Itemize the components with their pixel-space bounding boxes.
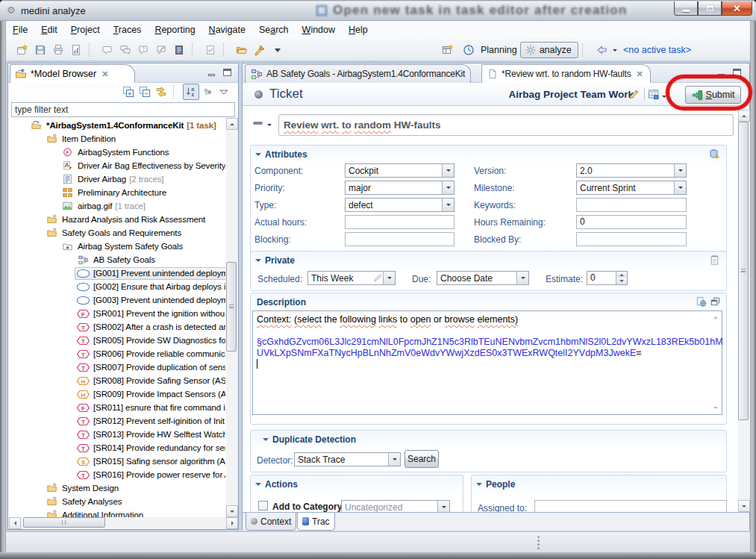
minimize-view-button[interactable] [206,67,216,76]
window-minimize-button[interactable] [674,1,698,16]
tree-item[interactable]: [G001] Prevent unintended deploym [75,266,225,280]
maximize-view-button[interactable] [222,67,232,76]
new-wizard-icon[interactable] [13,42,31,58]
tree-item[interactable]: H [SR008] Provide Safing Sensor (ASIL [75,374,225,387]
tree-item[interactable]: T [SR013] Provide HW Selftest Watchd [75,428,225,441]
expand-all-icon[interactable] [120,84,137,100]
tree-item[interactable]: T [SR007] Provide duplication of sens [75,360,225,374]
view-menu-icon[interactable] [216,84,232,100]
tree-item[interactable]: T [SR002] After a crash is detected an [75,320,225,334]
bubble-edit-icon[interactable] [152,42,170,58]
tab-model-browser[interactable]: *Model Browser ✕ [10,64,135,83]
priority-dash-icon[interactable] [253,122,263,125]
tree-item[interactable]: System Design [43,481,125,495]
preview-browser-icon[interactable] [696,296,707,310]
menu-item[interactable]: Edit [34,22,64,38]
window-titlebar[interactable]: Open new task in task editor after creat… [0,0,756,21]
sash-grip[interactable] [537,536,540,549]
collapse-triangle-icon[interactable] [255,153,261,159]
notes-icon[interactable] [170,42,188,58]
tree-item[interactable]: Safety Goals and Requirements [43,226,187,240]
attribute-input[interactable] [576,232,687,246]
tree-item[interactable]: T [SR014] Provide redundancy for sen [75,441,225,455]
description-link[interactable]: §cGxhdGZvcm06L3Jlc291cmNlL0FpcmJhZ1N5c3R… [257,337,723,358]
scheduled-combo[interactable]: This Week [307,271,396,285]
notepad-icon[interactable] [709,254,720,268]
task-check-icon[interactable] [202,42,219,58]
project-team-link[interactable]: Airbag Project Team Work [477,89,634,100]
bubble-pair-icon[interactable] [116,42,134,58]
tree-item[interactable]: airbag.gif [1 trace] [59,199,149,213]
back-arrow-icon[interactable] [593,42,610,58]
tree-vertical-scrollbar[interactable] [226,118,238,517]
tab-trac[interactable]: Trac [297,513,335,531]
tree-item[interactable]: Hazard Analysis and Risk Assessment [43,213,211,226]
open-folder-icon[interactable] [233,42,251,58]
planning-perspective-label[interactable]: Planning [481,45,517,55]
tree-item[interactable]: [G002] Ensure that Airbag deploys i [75,280,225,293]
tree-horizontal-scrollbar[interactable] [9,517,238,529]
back-history-caret[interactable] [613,49,617,54]
bubble-icon[interactable] [99,42,116,58]
close-view-icon[interactable]: ✕ [100,69,110,79]
menu-item[interactable]: Help [342,22,375,38]
brush-icon[interactable] [251,42,269,58]
estimate-spinner[interactable]: 0 [587,271,628,285]
attributes-grid-icon[interactable] [648,89,659,102]
bubble-q-icon[interactable]: ? [134,42,152,58]
add-to-category-checkbox[interactable] [258,501,268,510]
tree-item[interactable]: [G003] Prevent unintended deploym [75,293,225,307]
update-attributes-icon[interactable] [709,149,720,162]
attribute-input[interactable] [576,198,687,212]
no-active-task-label[interactable]: <no active task> [623,45,691,55]
tree-item[interactable]: Driver Airbag [2 traces] [59,172,166,186]
tree-item[interactable]: Item Definition [43,132,122,146]
tree-item[interactable]: Additional Information [43,508,149,517]
title-dropdown-caret[interactable] [267,124,272,128]
menu-item[interactable]: Traces [107,22,149,38]
tree-item[interactable]: T [SR016] Provide power reserve for A [75,468,225,481]
sort-az-icon[interactable]: az [183,84,199,100]
tree-item[interactable]: H [SR009] Provide Impact Sensors (AS [75,387,225,401]
task-title-input[interactable]: Review wrt. to random HW-faults [278,114,734,136]
description-textarea[interactable]: Context: (select the following links to … [252,310,722,415]
tree-item[interactable]: F [SR001] Prevent the ignition withou [75,307,225,320]
detector-combo[interactable]: Stack Trace [294,452,401,466]
tab-context[interactable]: Context [246,513,296,531]
print-icon[interactable] [49,42,67,58]
caret-down-icon[interactable] [269,42,287,58]
tree-item[interactable]: F AirbagSystem Functions [59,146,175,159]
window-close-button[interactable]: ✕ [722,1,752,16]
save-icon[interactable] [31,42,49,58]
report-icon[interactable] [67,42,85,58]
analyze-perspective-button[interactable]: analyze [520,42,578,58]
tree-item[interactable]: *AirbagSystem1.4ConformanceKit [1 task] [28,119,219,132]
window-maximize-button[interactable] [698,1,722,16]
attribute-combo[interactable]: Current Sprint [576,181,687,195]
link-editor-icon[interactable] [153,84,169,100]
tree-item[interactable]: F [SR011] esnure that fire command i [75,401,225,414]
attribute-input[interactable]: 0 [576,215,687,229]
open-perspective-icon[interactable] [439,42,457,58]
menu-item[interactable]: Window [296,22,342,38]
search-button[interactable]: Search [404,450,439,468]
menu-item[interactable]: Project [64,22,107,38]
collapse-all-icon[interactable] [137,84,153,100]
tree-item[interactable]: T [SR005] Provide SW Diagnostics for [75,334,225,347]
form-vertical-scrollbar[interactable] [738,110,750,512]
tree-item[interactable]: T [SR012] Prevent self-iginition of Init [75,414,225,428]
menu-item[interactable]: Reporting [148,22,202,38]
menu-item[interactable]: Search [252,22,296,38]
tree-item[interactable]: AB Safety Goals [75,253,161,266]
tree-item[interactable]: Airbag System Safety Goals [59,240,189,253]
filter-dots-icon[interactable] [199,84,216,100]
close-tab-icon[interactable]: ✕ [634,69,644,79]
tree-item[interactable]: T [SR006] Provide reliable communica [75,347,225,360]
tree-item[interactable]: S [SR015] Safing sensor algorithm (AS [75,455,225,468]
tree-item[interactable]: Safety Analyses [43,495,128,508]
planning-clock-icon[interactable] [460,42,478,58]
edit-pencil-icon[interactable] [628,89,640,102]
tree-item[interactable]: A Driver Air Bag Effectiveness by Severi… [59,159,225,172]
attribute-combo[interactable]: 2.0 [576,163,687,178]
tree-filter-input[interactable] [11,102,235,117]
